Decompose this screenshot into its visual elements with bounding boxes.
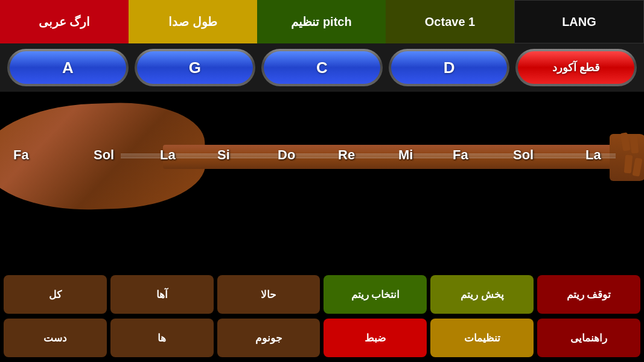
fret-fa-2: Fa — [453, 147, 468, 163]
octave-btn[interactable]: Octave 1 — [386, 0, 514, 43]
saz-container: Fa Sol La Si Do Re Mi Fa Sol La — [0, 92, 644, 218]
btn-aha[interactable]: آها — [110, 275, 214, 314]
chord-d-outer: D — [389, 49, 510, 86]
bottom-area: کل آها حالا انتخاب ریتم پخش ریتم توقف ری… — [0, 273, 644, 362]
chord-row: A G C D قطع آکورد — [0, 43, 644, 92]
fret-re: Re — [338, 147, 355, 163]
btn-settings[interactable]: تنظیمات — [430, 319, 534, 357]
chord-g-btn[interactable]: G — [137, 51, 253, 84]
chord-cut-btn[interactable]: قطع آکورد — [518, 51, 634, 84]
btn-help[interactable]: راهنمایی — [537, 319, 640, 357]
btn-kol[interactable]: کل — [4, 275, 107, 314]
fret-mi: Mi — [398, 147, 413, 163]
btn-select-rhythm[interactable]: انتخاب ریتم — [324, 275, 427, 314]
btn-record[interactable]: ضبط — [324, 319, 427, 357]
btn-dast[interactable]: دست — [4, 319, 107, 357]
chord-g-outer: G — [135, 49, 256, 86]
btn-play-rhythm[interactable]: پخش ریتم — [430, 275, 534, 314]
chord-a-outer: A — [7, 49, 129, 86]
fret-si: Si — [217, 147, 230, 163]
bottom-row-2: دست ها جونوم ضبط تنظیمات راهنمایی — [0, 316, 644, 360]
fret-la-1: La — [160, 147, 176, 163]
fret-fa-1: Fa — [13, 147, 29, 163]
fret-sol-1: Sol — [94, 147, 114, 163]
btn-jonom[interactable]: جونوم — [217, 319, 320, 357]
lang-btn[interactable]: LANG — [514, 0, 644, 43]
chord-a-btn[interactable]: A — [10, 51, 126, 84]
top-bar: ارگ عربی طول صدا تنظیم pitch Octave 1 LA… — [0, 0, 644, 43]
chord-c-outer: C — [261, 49, 383, 86]
instrument-area: Fa Sol La Si Do Re Mi Fa Sol La — [0, 92, 644, 218]
chord-d-btn[interactable]: D — [391, 51, 508, 84]
pitch-adjust-btn[interactable]: تنظیم pitch — [257, 0, 386, 43]
fret-la-2: La — [585, 147, 601, 163]
fret-labels: Fa Sol La Si Do Re Mi Fa Sol La — [0, 92, 644, 218]
fret-sol-2: Sol — [513, 147, 534, 163]
btn-stop-rhythm[interactable]: توقف ریتم — [537, 275, 640, 314]
chord-cut-outer: قطع آکورد — [515, 49, 637, 86]
fret-do: Do — [278, 147, 295, 163]
chord-c-btn[interactable]: C — [264, 51, 380, 84]
btn-ha[interactable]: ها — [110, 319, 214, 357]
sound-length-btn[interactable]: طول صدا — [129, 0, 257, 43]
arab-org-btn[interactable]: ارگ عربی — [0, 0, 129, 43]
bottom-row-1: کل آها حالا انتخاب ریتم پخش ریتم توقف ری… — [0, 273, 644, 316]
btn-hala[interactable]: حالا — [217, 275, 320, 314]
